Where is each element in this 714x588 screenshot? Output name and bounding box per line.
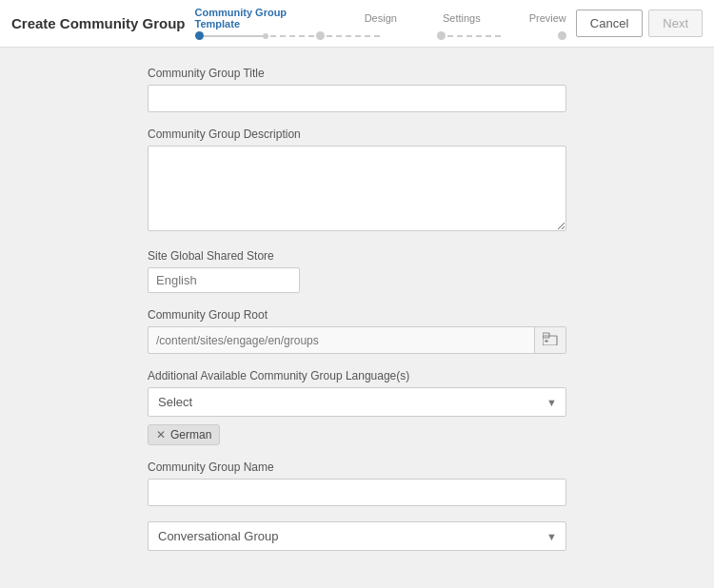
step-dot-3 (437, 31, 446, 40)
name-input[interactable] (148, 479, 566, 506)
group-description-section: Community Group Description (148, 127, 566, 234)
page-title: Create Community Group (11, 15, 186, 31)
step-label-template: Community Group Template (195, 7, 328, 29)
shared-store-input[interactable] (148, 267, 300, 293)
step-label-preview: Preview (519, 12, 566, 24)
shared-store-label: Site Global Shared Store (148, 249, 566, 263)
type-select[interactable]: Conversational Group Blog Group Forum Gr… (148, 521, 566, 551)
title-input[interactable] (148, 85, 566, 112)
languages-select[interactable]: Select German French Spanish Italian (148, 387, 566, 417)
wizard-header: Create Community Group Community Group T… (0, 0, 714, 48)
step-dot-1 (195, 31, 204, 40)
steps-dots (195, 31, 566, 40)
description-label: Community Group Description (148, 127, 566, 141)
german-tag-remove[interactable]: ✕ (156, 428, 166, 441)
german-tag-label: German (170, 428, 211, 441)
languages-section: Additional Available Community Group Lan… (148, 369, 566, 445)
next-button[interactable]: Next (648, 10, 703, 37)
languages-label: Additional Available Community Group Lan… (148, 369, 566, 382)
step-label-design: Design (357, 12, 405, 24)
title-label: Community Group Title (148, 67, 566, 80)
shared-store-section: Site Global Shared Store (148, 249, 566, 293)
steps-labels: Community Group Template Design Settings… (195, 7, 566, 29)
main-form: Community Group Title Community Group De… (0, 48, 714, 585)
type-section: Conversational Group Blog Group Forum Gr… (148, 521, 566, 551)
group-name-section: Community Group Name (148, 461, 566, 506)
root-label: Community Group Root (148, 308, 566, 322)
root-input-wrapper (148, 326, 566, 354)
name-label: Community Group Name (148, 461, 566, 474)
step-label-settings: Settings (433, 12, 490, 24)
group-root-section: Community Group Root (148, 308, 566, 354)
browse-icon[interactable] (534, 327, 565, 353)
root-input[interactable] (149, 328, 534, 353)
languages-select-wrapper: Select German French Spanish Italian ▼ (148, 387, 566, 417)
cancel-button[interactable]: Cancel (576, 10, 643, 37)
step-dot-4 (558, 31, 566, 40)
type-select-wrapper: Conversational Group Blog Group Forum Gr… (148, 521, 566, 551)
german-tag: ✕ German (148, 424, 220, 445)
step-dot-2 (316, 31, 325, 40)
description-input[interactable] (148, 146, 566, 231)
wizard-steps: Community Group Template Design Settings… (195, 7, 566, 40)
group-title-section: Community Group Title (148, 67, 566, 112)
wizard-buttons: Cancel Next (576, 10, 703, 37)
